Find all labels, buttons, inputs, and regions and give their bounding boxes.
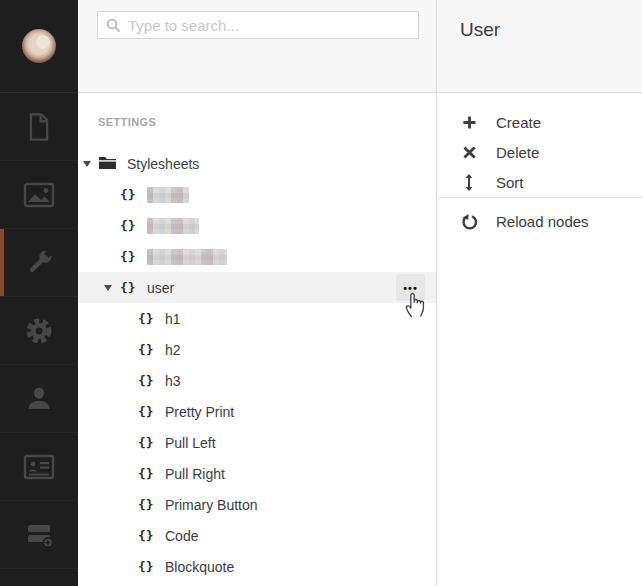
tree-item-label: Pull Left: [165, 435, 216, 451]
redacted-label: [147, 249, 227, 265]
tree-item-label: Blockquote: [165, 559, 234, 575]
sort-vertical-icon: [460, 174, 478, 191]
tree-item-label: Code: [165, 528, 198, 544]
tree-item-h2[interactable]: {} h2: [78, 334, 436, 365]
css-rule-icon: {}: [138, 497, 154, 512]
tree-item-pull-right[interactable]: {} Pull Right: [78, 458, 436, 489]
tree-item-actions-button[interactable]: •••: [396, 274, 425, 301]
tree-item-label: Pull Right: [165, 466, 225, 482]
sidebar-item-users[interactable]: [0, 365, 78, 433]
tree-item-user[interactable]: {} user •••: [78, 272, 436, 303]
css-rule-icon: {}: [138, 466, 154, 481]
tree-item-redacted[interactable]: {}: [78, 210, 436, 241]
context-panel: User Create Delete Sort: [438, 0, 642, 586]
sidebar-item-settings[interactable]: [0, 229, 78, 297]
menu-item-delete[interactable]: Delete: [438, 137, 642, 167]
menu-separator: [438, 197, 642, 198]
chevron-down-icon[interactable]: [83, 161, 91, 171]
search-icon: [106, 18, 121, 33]
avatar-section: [0, 0, 78, 93]
css-rule-icon: {}: [120, 187, 136, 202]
sidebar-item-media[interactable]: [0, 161, 78, 229]
search-box[interactable]: [97, 11, 419, 39]
id-card-icon: [23, 454, 55, 480]
image-icon: [23, 182, 55, 208]
menu-item-label: Sort: [496, 174, 524, 191]
css-rule-icon: {}: [120, 249, 136, 264]
menu-item-label: Create: [496, 114, 541, 131]
css-rule-icon: {}: [138, 404, 154, 419]
plus-icon: [460, 115, 478, 130]
sidebar-item-packages[interactable]: [0, 501, 78, 569]
tree-item-label: user: [147, 280, 174, 296]
sidebar-item-members[interactable]: [0, 433, 78, 501]
menu-item-sort[interactable]: Sort: [438, 167, 642, 197]
tree-item-h3[interactable]: {} h3: [78, 365, 436, 396]
tree-item-stylesheets[interactable]: Stylesheets: [78, 148, 436, 179]
context-menu: Create Delete Sort Reload nodes: [438, 93, 642, 236]
settings-tree: Stylesheets {} {} {} {} user •••: [78, 148, 436, 582]
sidebar-item-documents[interactable]: [0, 93, 78, 161]
tree-item-h1[interactable]: {} h1: [78, 303, 436, 334]
gear-icon: [23, 315, 55, 347]
tree-panel-header: [78, 0, 436, 93]
tree-item-pull-left[interactable]: {} Pull Left: [78, 427, 436, 458]
tree-item-label: h3: [165, 373, 181, 389]
tree-item-label: Pretty Print: [165, 404, 234, 420]
chevron-down-icon[interactable]: [104, 285, 112, 295]
person-icon: [24, 384, 54, 414]
tree-item-label: Stylesheets: [127, 156, 199, 172]
tree-item-pretty-print[interactable]: {} Pretty Print: [78, 396, 436, 427]
menu-item-create[interactable]: Create: [438, 107, 642, 137]
redacted-label: [147, 187, 189, 203]
menu-item-reload-nodes[interactable]: Reload nodes: [438, 206, 642, 236]
tree-item-primary-button[interactable]: {} Primary Button: [78, 489, 436, 520]
tree-item-code[interactable]: {} Code: [78, 520, 436, 551]
reload-icon: [460, 213, 478, 230]
tree-item-label: h2: [165, 342, 181, 358]
css-rule-icon: {}: [138, 311, 154, 326]
tree-panel: SETTINGS Stylesheets {} {} {}: [78, 0, 437, 586]
folder-icon: [99, 155, 116, 173]
context-panel-title: User: [460, 19, 500, 41]
search-input[interactable]: [128, 17, 410, 34]
x-icon: [460, 146, 478, 159]
css-rule-icon: {}: [138, 373, 154, 388]
tree-item-redacted[interactable]: {}: [78, 241, 436, 272]
sidebar-item-developer[interactable]: [0, 297, 78, 365]
css-rule-icon: {}: [138, 559, 154, 574]
css-rule-icon: {}: [120, 280, 136, 295]
app-window: SETTINGS Stylesheets {} {} {}: [0, 0, 642, 586]
app-sidebar: [0, 0, 78, 586]
css-rule-icon: {}: [138, 528, 154, 543]
menu-item-label: Delete: [496, 144, 539, 161]
tree-item-label: Primary Button: [165, 497, 258, 513]
document-icon: [25, 112, 53, 142]
css-rule-icon: {}: [138, 342, 154, 357]
tree-item-label: h1: [165, 311, 181, 327]
tree-section-label: SETTINGS: [98, 116, 156, 128]
wrench-icon: [23, 247, 55, 279]
css-rule-icon: {}: [120, 218, 136, 233]
menu-item-label: Reload nodes: [496, 213, 589, 230]
css-rule-icon: {}: [138, 435, 154, 450]
stacked-boxes-add-icon: [23, 520, 55, 550]
redacted-label: [147, 218, 199, 234]
tree-item-redacted[interactable]: {}: [78, 179, 436, 210]
avatar[interactable]: [22, 29, 56, 63]
context-panel-header: User: [438, 0, 642, 93]
tree-item-blockquote[interactable]: {} Blockquote: [78, 551, 436, 582]
